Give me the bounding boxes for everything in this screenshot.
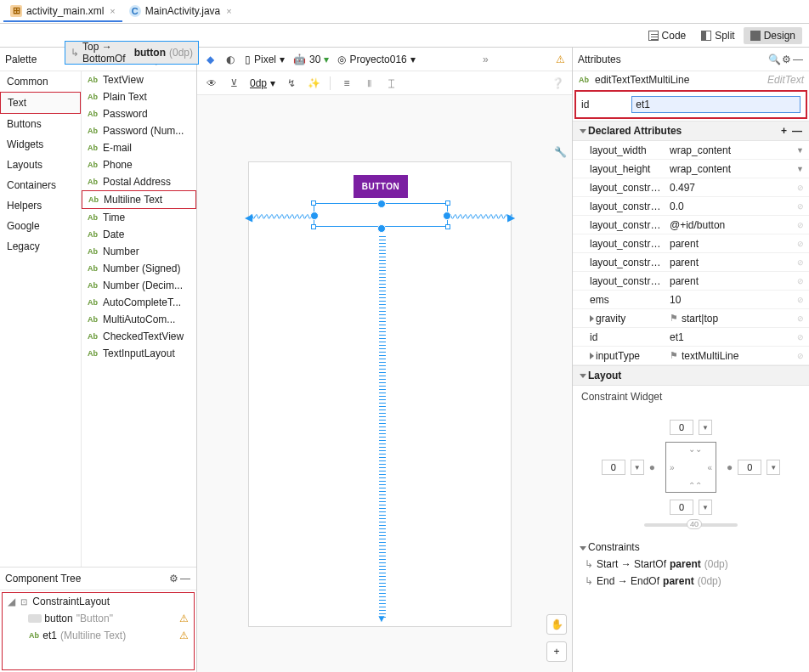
palette-item[interactable]: AbAutoCompleteT...	[82, 294, 196, 311]
attribute-row[interactable]: layout_constrai...parent⊘	[573, 234, 809, 253]
view-design[interactable]: Design	[744, 27, 802, 44]
dropdown-icon[interactable]: ▼	[699, 420, 712, 435]
cw-right[interactable]	[738, 460, 761, 475]
attribute-row[interactable]: layout_constrai...@+id/button⊘	[573, 216, 809, 234]
wand-icon[interactable]: ✨	[308, 77, 320, 89]
orientation-icon[interactable]: ◐	[224, 54, 236, 65]
palette-category[interactable]: Containers	[0, 175, 81, 195]
align-icon[interactable]: ⫴	[363, 77, 375, 89]
palette-item[interactable]: AbPostal Address	[82, 173, 196, 190]
attribute-row[interactable]: layout_constrai...0.0⊘	[573, 197, 809, 216]
zoom-button[interactable]: +	[546, 641, 567, 662]
button-element[interactable]: BUTTON	[354, 175, 408, 198]
text-icon: Ab	[87, 74, 99, 86]
dropdown-icon[interactable]: ▼	[631, 460, 644, 475]
palette-item[interactable]: AbTime	[82, 209, 196, 226]
palette-category[interactable]: Widgets	[0, 134, 81, 155]
dropdown-icon[interactable]: ▼	[699, 500, 712, 515]
wrench-icon[interactable]: 🔧	[554, 146, 567, 158]
constraint-row[interactable]: ↳ Top → BottomOf button (0dp)	[65, 41, 199, 65]
design-canvas[interactable]: 🔧 BUTTON ∿∿∿∿∿∿∿∿∿∿∿∿∿ ∿∿∿∿∿∿∿∿∿∿∿∿∿ ◀	[197, 95, 572, 672]
text-icon: Ab	[87, 212, 99, 223]
palette-item[interactable]: AbPhone	[82, 156, 196, 173]
attribute-row[interactable]: layout_widthwrap_content▼	[573, 141, 809, 160]
search-icon[interactable]: 🔍	[768, 54, 780, 65]
tab-activity-main[interactable]: ⊞activity_main.xml×	[3, 2, 122, 22]
palette-category[interactable]: Text	[0, 92, 81, 114]
palette-item[interactable]: AbMultiAutoCom...	[82, 311, 196, 328]
palette-item[interactable]: AbCheckedTextView	[82, 328, 196, 345]
tree-node-button[interactable]: button"Button"⚠	[3, 610, 194, 627]
attribute-row[interactable]: layout_constrai...parent⊘	[573, 253, 809, 272]
constraints-toggle[interactable]: Constraints	[580, 539, 802, 556]
tree-node-et1[interactable]: Ab et1(Multiline Text)⚠	[3, 627, 194, 644]
pan-button[interactable]: ✋	[546, 614, 567, 635]
api-picker[interactable]: 🤖 30 ▾	[293, 54, 329, 65]
attribute-row[interactable]: layout_constrai...0.497⊘	[573, 178, 809, 197]
close-icon[interactable]: ×	[110, 6, 115, 16]
dropdown-icon[interactable]: ▼	[767, 460, 780, 475]
clear-icon[interactable]: ↯	[286, 77, 297, 89]
attribute-row[interactable]: ems10⊘	[573, 291, 809, 309]
default-margin[interactable]: 0dp ▾	[250, 77, 275, 89]
palette-item[interactable]: AbTextView	[82, 71, 196, 88]
id-input[interactable]	[631, 96, 801, 113]
constraint-row[interactable]: ↳ Start → StartOf parent (0dp)	[580, 556, 802, 573]
attribute-row[interactable]: inputType⚑textMultiLine⊘	[573, 347, 809, 365]
constraint-box[interactable]: ⌄⌄ ⌃⌃ » «	[665, 442, 716, 493]
palette-category[interactable]: Layouts	[0, 155, 81, 175]
palette-item[interactable]: AbE-mail	[82, 139, 196, 156]
cw-bottom[interactable]	[670, 500, 693, 515]
view-split[interactable]: Split	[694, 27, 741, 44]
palette-item[interactable]: AbTextInputLayout	[82, 345, 196, 362]
layout-section[interactable]: Layout	[573, 365, 809, 386]
palette-item[interactable]: AbPlain Text	[82, 88, 196, 105]
palette-category[interactable]: Legacy	[0, 236, 81, 257]
guideline-icon[interactable]: ⌶	[385, 77, 397, 89]
align-icon[interactable]: ≡	[341, 77, 353, 89]
view-code[interactable]: Code	[642, 27, 693, 44]
attribute-row[interactable]: layout_constrai...parent⊘	[573, 272, 809, 291]
cw-top[interactable]	[670, 420, 693, 435]
attribute-row[interactable]: layout_heightwrap_content▼	[573, 160, 809, 178]
palette-item[interactable]: AbPassword	[82, 105, 196, 122]
tab-mainactivity[interactable]: CMainActivity.java×	[122, 2, 239, 22]
gear-icon[interactable]: ⚙	[167, 573, 179, 584]
close-icon[interactable]: ×	[226, 6, 231, 16]
attribute-row[interactable]: gravity⚑start|top⊘	[573, 309, 809, 328]
palette-category[interactable]: Google	[0, 216, 81, 236]
id-label: id	[581, 99, 589, 110]
constraint-widget[interactable]: ▼ ▼ ● ⌄⌄ ⌃⌃ » « ● ▼ ▼ 40	[573, 408, 809, 535]
minimize-icon[interactable]: —	[179, 573, 191, 584]
palette-category[interactable]: Buttons	[0, 114, 81, 134]
attribute-row[interactable]: idet1⊘	[573, 328, 809, 347]
eye-icon[interactable]: 👁	[206, 77, 218, 89]
device-picker[interactable]: ▯ Pixel ▾	[245, 54, 285, 65]
warning-icon[interactable]: ⚠	[556, 54, 565, 65]
palette-item[interactable]: AbNumber (Decim...	[82, 277, 196, 294]
add-icon[interactable]: +	[781, 125, 787, 137]
text-icon: Ab	[87, 125, 99, 137]
minimize-icon[interactable]: —	[792, 54, 804, 65]
id-row-highlight: id	[574, 90, 807, 119]
help-icon[interactable]: ❔	[552, 77, 563, 89]
tree-root[interactable]: ◢⊡ ConstraintLayout	[3, 593, 194, 610]
palette-item[interactable]: AbNumber	[82, 243, 196, 260]
remove-icon[interactable]: —	[792, 125, 802, 137]
magnet-icon[interactable]: ⊻	[228, 77, 240, 89]
text-icon: Ab	[87, 176, 99, 188]
palette-item[interactable]: AbDate	[82, 226, 196, 243]
surface-icon[interactable]: ◆	[204, 54, 216, 65]
gear-icon[interactable]: ⚙	[780, 54, 792, 65]
constraint-row[interactable]: ↳ End → EndOf parent (0dp)	[580, 573, 802, 590]
theme-picker[interactable]: ◎ Proyecto016 ▾	[337, 54, 415, 65]
cw-left[interactable]	[602, 460, 625, 475]
split-icon	[701, 31, 711, 41]
palette-category[interactable]: Common	[0, 71, 81, 92]
palette-item[interactable]: AbPassword (Num...	[82, 122, 196, 139]
palette-item[interactable]: AbNumber (Signed)	[82, 260, 196, 277]
palette-item[interactable]: AbMultiline Text	[82, 190, 196, 209]
palette-category[interactable]: Helpers	[0, 195, 81, 216]
selected-element[interactable]	[314, 203, 448, 227]
declared-attributes-section[interactable]: Declared Attributes+—	[573, 121, 809, 141]
